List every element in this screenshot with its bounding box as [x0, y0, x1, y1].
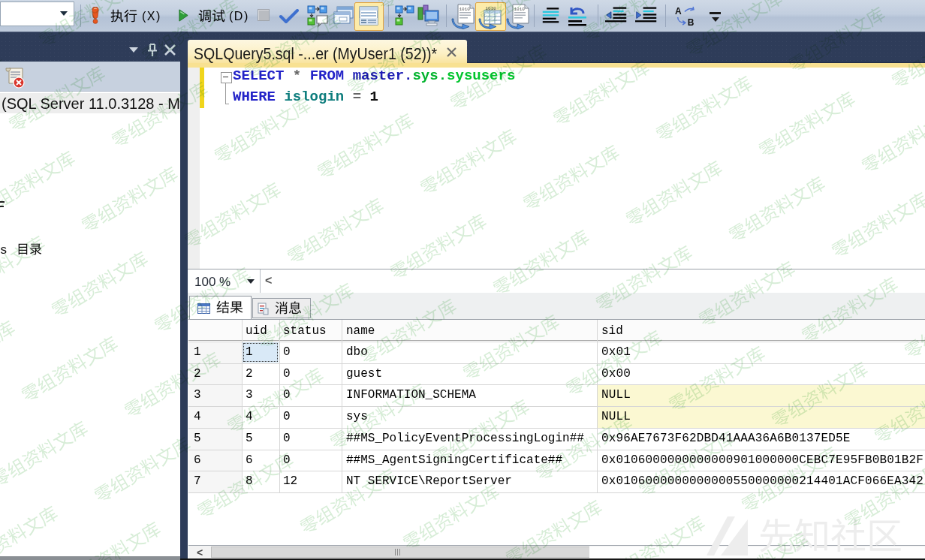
svg-text:1010: 1010	[459, 7, 471, 12]
svg-text:B: B	[688, 17, 695, 27]
svg-text:1010: 1010	[514, 7, 526, 12]
svg-text:A: A	[675, 6, 682, 17]
svg-text:1010: 1010	[486, 6, 497, 11]
